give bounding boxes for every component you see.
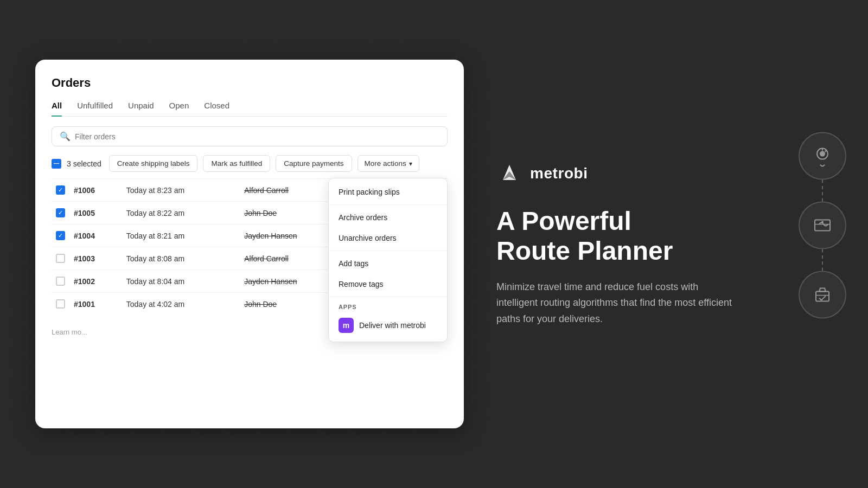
- right-panel: metrobi A PowerfulRoute Planner Minimize…: [464, 139, 868, 349]
- map-route-icon: [810, 214, 834, 237]
- dropdown-deliver-metrobi[interactable]: m Deliver with metrobi: [329, 312, 447, 338]
- create-shipping-labels-button[interactable]: Create shipping labels: [109, 155, 198, 172]
- hero-description: Minimize travel time and reduce fuel cos…: [496, 279, 735, 328]
- dropdown-archive[interactable]: Archive orders: [329, 207, 447, 228]
- location-plus-icon: [810, 144, 834, 168]
- dropdown-add-tags[interactable]: Add tags: [329, 253, 447, 274]
- order-time: Today at 8:23 am: [122, 179, 240, 202]
- dropdown-divider-2: [329, 251, 447, 251]
- tab-unfulfilled[interactable]: Unfulfilled: [77, 101, 113, 117]
- mark-fulfilled-button[interactable]: Mark as fulfilled: [203, 155, 270, 172]
- route-circle-1: [799, 132, 846, 180]
- more-actions-button[interactable]: More actions: [358, 155, 419, 172]
- route-circle-2: [799, 202, 846, 249]
- row-checkbox-cell: [52, 224, 69, 247]
- row-checkbox[interactable]: [56, 277, 65, 286]
- row-checkbox-cell: [52, 179, 69, 202]
- row-checkbox-cell: [52, 202, 69, 224]
- metrobi-icon: [496, 160, 522, 187]
- svg-point-9: [821, 221, 824, 223]
- metrobi-app-icon: m: [339, 318, 354, 333]
- order-id: #1004: [69, 224, 122, 247]
- dropdown-print-packing[interactable]: Print packing slips: [329, 182, 447, 202]
- tab-open[interactable]: Open: [169, 101, 189, 117]
- toolbar: 3 selected Create shipping labels Mark a…: [52, 155, 448, 172]
- order-time: Today at 8:21 am: [122, 224, 240, 247]
- search-icon: 🔍: [60, 131, 71, 142]
- order-time: Today at 8:04 am: [122, 270, 240, 293]
- search-input[interactable]: [75, 132, 439, 141]
- order-id: #1005: [69, 202, 122, 224]
- tab-all[interactable]: All: [52, 101, 62, 117]
- row-checkbox-cell: [52, 247, 69, 270]
- row-checkbox-cell: [52, 293, 69, 316]
- metrobi-logo: metrobi: [496, 160, 825, 187]
- hero-title: A PowerfulRoute Planner: [496, 206, 825, 266]
- order-id: #1001: [69, 293, 122, 316]
- route-connector-2: [822, 249, 823, 271]
- order-time: Today at 4:02 am: [122, 293, 240, 316]
- dropdown-divider-1: [329, 204, 447, 205]
- dropdown-divider-3: [329, 297, 447, 297]
- select-all-checkbox[interactable]: [52, 159, 61, 169]
- capture-payments-button[interactable]: Capture payments: [276, 155, 352, 172]
- order-time: Today at 8:22 am: [122, 202, 240, 224]
- row-checkbox[interactable]: [56, 254, 65, 263]
- row-checkbox[interactable]: [56, 231, 65, 240]
- row-checkbox[interactable]: [56, 299, 65, 309]
- svg-point-3: [820, 151, 825, 157]
- page-title: Orders: [52, 76, 448, 90]
- chevron-down-icon: [409, 159, 412, 168]
- deliver-metrobi-label: Deliver with metrobi: [359, 321, 426, 330]
- dropdown-unarchive[interactable]: Unarchive orders: [329, 228, 447, 248]
- order-time: Today at 8:08 am: [122, 247, 240, 270]
- dropdown-apps-label: APPS: [329, 299, 447, 312]
- tab-bar: All Unfulfilled Unpaid Open Closed: [52, 101, 448, 117]
- orders-panel: Orders All Unfulfilled Unpaid Open Close…: [35, 60, 464, 428]
- tab-unpaid[interactable]: Unpaid: [128, 101, 154, 117]
- package-check-icon: [810, 283, 834, 307]
- dropdown-remove-tags[interactable]: Remove tags: [329, 274, 447, 294]
- order-id: #1002: [69, 270, 122, 293]
- more-actions-dropdown: Print packing slips Archive orders Unarc…: [328, 178, 448, 342]
- route-illustration: [799, 132, 846, 319]
- route-circle-3: [799, 271, 846, 319]
- row-checkbox[interactable]: [56, 185, 65, 195]
- row-checkbox-cell: [52, 270, 69, 293]
- search-bar: 🔍: [52, 126, 448, 146]
- selected-count: 3 selected: [67, 159, 101, 168]
- row-checkbox[interactable]: [56, 208, 65, 217]
- order-id: #1003: [69, 247, 122, 270]
- metrobi-name: metrobi: [530, 165, 588, 182]
- tab-closed[interactable]: Closed: [204, 101, 229, 117]
- order-id: #1006: [69, 179, 122, 202]
- route-connector-1: [822, 180, 823, 202]
